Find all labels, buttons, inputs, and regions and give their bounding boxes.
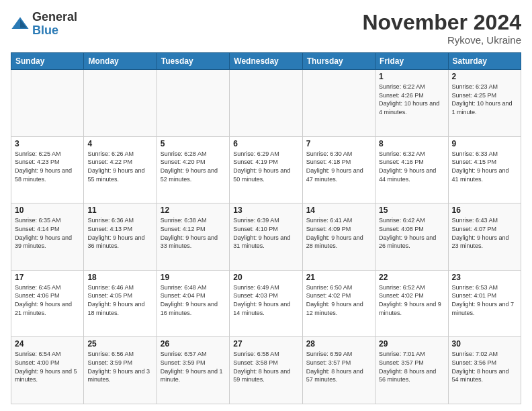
day-number: 10	[15, 205, 80, 215]
day-number: 8	[379, 139, 444, 148]
day-cell: 4Sunrise: 6:26 AMSunset: 4:22 PMDaylight…	[84, 136, 157, 203]
day-info: Sunrise: 6:54 AMSunset: 4:00 PMDaylight:…	[15, 350, 80, 383]
day-cell: 6Sunrise: 6:29 AMSunset: 4:19 PMDaylight…	[230, 136, 302, 203]
day-cell: 30Sunrise: 7:02 AMSunset: 3:56 PMDayligh…	[448, 337, 521, 404]
day-number: 22	[379, 273, 444, 282]
day-cell: 16Sunrise: 6:43 AMSunset: 4:07 PMDayligh…	[448, 203, 521, 271]
day-number: 17	[15, 273, 80, 282]
day-number: 20	[233, 273, 298, 282]
day-info: Sunrise: 6:48 AMSunset: 4:04 PMDaylight:…	[161, 283, 226, 317]
logo-text: General Blue	[32, 11, 77, 38]
day-info: Sunrise: 6:36 AMSunset: 4:13 PMDaylight:…	[87, 216, 152, 250]
day-info: Sunrise: 6:35 AMSunset: 4:14 PMDaylight:…	[15, 216, 80, 250]
weekday-header-saturday: Saturday	[448, 53, 521, 70]
day-cell	[11, 70, 84, 137]
weekday-header-friday: Friday	[375, 53, 448, 70]
day-info: Sunrise: 6:22 AMSunset: 4:26 PMDaylight:…	[379, 83, 444, 116]
logo-icon	[11, 15, 30, 34]
logo: General Blue	[11, 11, 77, 38]
day-cell: 24Sunrise: 6:54 AMSunset: 4:00 PMDayligh…	[11, 337, 84, 404]
day-cell	[157, 70, 229, 137]
day-info: Sunrise: 6:29 AMSunset: 4:19 PMDaylight:…	[233, 150, 298, 183]
day-cell: 15Sunrise: 6:42 AMSunset: 4:08 PMDayligh…	[375, 203, 448, 271]
page: General Blue November 2024 Rykove, Ukrai…	[0, 0, 532, 411]
day-info: Sunrise: 7:02 AMSunset: 3:56 PMDaylight:…	[452, 350, 517, 383]
day-cell: 14Sunrise: 6:41 AMSunset: 4:09 PMDayligh…	[302, 203, 375, 271]
day-info: Sunrise: 6:38 AMSunset: 4:12 PMDaylight:…	[161, 216, 226, 250]
day-cell: 18Sunrise: 6:46 AMSunset: 4:05 PMDayligh…	[84, 270, 157, 337]
logo-general-text: General	[32, 11, 77, 24]
day-cell: 13Sunrise: 6:39 AMSunset: 4:10 PMDayligh…	[230, 203, 302, 271]
day-cell: 26Sunrise: 6:57 AMSunset: 3:59 PMDayligh…	[157, 337, 229, 404]
day-number: 12	[161, 205, 226, 215]
day-number: 6	[233, 139, 298, 148]
day-cell: 5Sunrise: 6:28 AMSunset: 4:20 PMDaylight…	[157, 136, 229, 203]
day-cell: 17Sunrise: 6:45 AMSunset: 4:06 PMDayligh…	[11, 270, 84, 337]
day-number: 4	[87, 139, 152, 148]
day-cell	[230, 70, 302, 137]
day-number: 26	[161, 339, 226, 349]
day-info: Sunrise: 6:50 AMSunset: 4:02 PMDaylight:…	[306, 283, 371, 317]
day-cell: 28Sunrise: 6:59 AMSunset: 3:57 PMDayligh…	[302, 337, 375, 404]
day-cell: 9Sunrise: 6:33 AMSunset: 4:15 PMDaylight…	[448, 136, 521, 203]
day-cell: 7Sunrise: 6:30 AMSunset: 4:18 PMDaylight…	[302, 136, 375, 203]
day-number: 7	[306, 139, 371, 148]
day-number: 21	[306, 273, 371, 282]
day-info: Sunrise: 6:53 AMSunset: 4:01 PMDaylight:…	[452, 283, 517, 317]
day-cell: 12Sunrise: 6:38 AMSunset: 4:12 PMDayligh…	[157, 203, 229, 271]
day-number: 11	[87, 205, 152, 215]
day-number: 1	[379, 72, 444, 81]
day-info: Sunrise: 6:23 AMSunset: 4:25 PMDaylight:…	[452, 83, 517, 116]
month-title: November 2024	[362, 11, 521, 34]
day-number: 9	[452, 139, 517, 148]
day-number: 16	[452, 205, 517, 215]
day-number: 27	[233, 339, 298, 349]
day-cell: 8Sunrise: 6:32 AMSunset: 4:16 PMDaylight…	[375, 136, 448, 203]
day-number: 5	[161, 139, 226, 148]
day-info: Sunrise: 6:59 AMSunset: 3:57 PMDaylight:…	[306, 350, 371, 383]
weekday-header-tuesday: Tuesday	[157, 53, 229, 70]
day-number: 30	[452, 339, 517, 349]
day-info: Sunrise: 6:26 AMSunset: 4:22 PMDaylight:…	[87, 150, 152, 183]
day-cell: 29Sunrise: 7:01 AMSunset: 3:57 PMDayligh…	[375, 337, 448, 404]
weekday-header-sunday: Sunday	[11, 53, 84, 70]
title-block: November 2024 Rykove, Ukraine	[362, 11, 521, 46]
day-cell: 11Sunrise: 6:36 AMSunset: 4:13 PMDayligh…	[84, 203, 157, 271]
day-cell: 3Sunrise: 6:25 AMSunset: 4:23 PMDaylight…	[11, 136, 84, 203]
day-cell: 23Sunrise: 6:53 AMSunset: 4:01 PMDayligh…	[448, 270, 521, 337]
day-info: Sunrise: 7:01 AMSunset: 3:57 PMDaylight:…	[379, 350, 444, 383]
header: General Blue November 2024 Rykove, Ukrai…	[11, 11, 521, 46]
day-cell: 22Sunrise: 6:52 AMSunset: 4:02 PMDayligh…	[375, 270, 448, 337]
week-row-5: 24Sunrise: 6:54 AMSunset: 4:00 PMDayligh…	[11, 337, 521, 404]
day-number: 15	[379, 205, 444, 215]
day-info: Sunrise: 6:43 AMSunset: 4:07 PMDaylight:…	[452, 216, 517, 250]
day-number: 24	[15, 339, 80, 349]
day-number: 2	[452, 72, 517, 81]
day-cell: 27Sunrise: 6:58 AMSunset: 3:58 PMDayligh…	[230, 337, 302, 404]
calendar-table: SundayMondayTuesdayWednesdayThursdayFrid…	[11, 52, 521, 404]
day-cell: 1Sunrise: 6:22 AMSunset: 4:26 PMDaylight…	[375, 70, 448, 137]
day-info: Sunrise: 6:28 AMSunset: 4:20 PMDaylight:…	[161, 150, 226, 183]
day-info: Sunrise: 6:32 AMSunset: 4:16 PMDaylight:…	[379, 150, 444, 183]
day-info: Sunrise: 6:45 AMSunset: 4:06 PMDaylight:…	[15, 283, 80, 317]
weekday-header-thursday: Thursday	[302, 53, 375, 70]
weekday-header-wednesday: Wednesday	[230, 53, 302, 70]
day-number: 13	[233, 205, 298, 215]
logo-blue-text: Blue	[32, 24, 77, 38]
weekday-header-monday: Monday	[84, 53, 157, 70]
week-row-4: 17Sunrise: 6:45 AMSunset: 4:06 PMDayligh…	[11, 270, 521, 337]
week-row-1: 1Sunrise: 6:22 AMSunset: 4:26 PMDaylight…	[11, 70, 521, 137]
day-number: 23	[452, 273, 517, 282]
day-info: Sunrise: 6:57 AMSunset: 3:59 PMDaylight:…	[161, 350, 226, 383]
day-cell	[302, 70, 375, 137]
week-row-2: 3Sunrise: 6:25 AMSunset: 4:23 PMDaylight…	[11, 136, 521, 203]
day-info: Sunrise: 6:52 AMSunset: 4:02 PMDaylight:…	[379, 283, 444, 317]
day-cell: 2Sunrise: 6:23 AMSunset: 4:25 PMDaylight…	[448, 70, 521, 137]
day-cell: 21Sunrise: 6:50 AMSunset: 4:02 PMDayligh…	[302, 270, 375, 337]
day-number: 29	[379, 339, 444, 349]
location: Rykove, Ukraine	[362, 34, 521, 46]
day-number: 14	[306, 205, 371, 215]
weekday-header-row: SundayMondayTuesdayWednesdayThursdayFrid…	[11, 53, 521, 70]
day-info: Sunrise: 6:41 AMSunset: 4:09 PMDaylight:…	[306, 216, 371, 250]
day-cell: 25Sunrise: 6:56 AMSunset: 3:59 PMDayligh…	[84, 337, 157, 404]
